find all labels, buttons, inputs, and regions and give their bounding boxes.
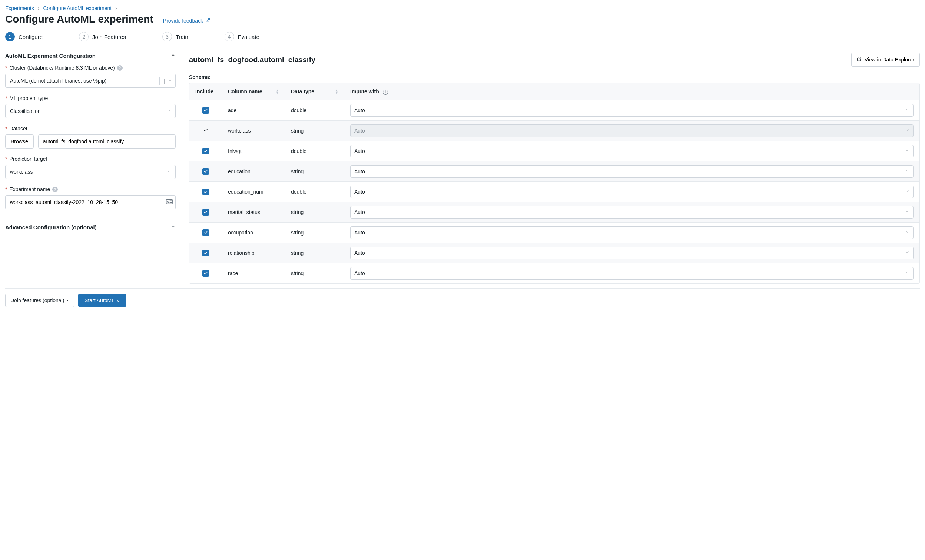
impute-value: Auto (354, 209, 365, 215)
cluster-select[interactable]: AutoML (do not attach libraries, use %pi… (5, 74, 176, 88)
start-automl-button[interactable]: Start AutoML » (78, 294, 126, 307)
impute-select[interactable]: Auto (350, 247, 913, 259)
chevron-down-icon (905, 209, 910, 215)
breadcrumb: Experiments › Configure AutoML experimen… (5, 5, 920, 11)
chevron-down-icon (168, 78, 172, 84)
step-join-features[interactable]: 2 Join Features (79, 32, 126, 42)
experiment-name-label: Experiment name (9, 186, 50, 192)
include-checkbox[interactable] (202, 270, 209, 277)
view-in-data-explorer-button[interactable]: View in Data Explorer (851, 53, 920, 67)
impute-select[interactable]: Auto (350, 186, 913, 198)
schema-table: Include Column name ▲▼ Data type ▲▼ Impu… (189, 83, 920, 284)
step-connector (48, 37, 74, 37)
footer: Join features (optional) › Start AutoML … (5, 288, 920, 312)
explorer-btn-label: View in Data Explorer (865, 57, 914, 63)
step-label: Train (176, 34, 188, 40)
table-row: relationshipstringAuto (189, 243, 919, 263)
impute-value: Auto (354, 270, 365, 276)
column-name-cell: education_num (222, 182, 285, 202)
header-text: Impute with (350, 89, 379, 95)
svg-point-2 (167, 201, 169, 203)
chevron-down-icon (905, 230, 910, 235)
experiment-name-input[interactable] (5, 195, 176, 209)
data-type-cell: string (285, 202, 344, 222)
include-checkbox[interactable] (202, 168, 209, 175)
data-type-cell: string (285, 222, 344, 243)
include-checkbox[interactable] (202, 189, 209, 195)
step-label: Configure (18, 34, 43, 40)
include-checkbox[interactable] (202, 209, 209, 216)
table-row: marital_statusstringAuto (189, 202, 919, 222)
required-indicator: * (5, 95, 7, 101)
table-row: agedoubleAuto (189, 101, 919, 121)
help-icon[interactable]: ? (117, 65, 123, 71)
breadcrumb-current[interactable]: Configure AutoML experiment (43, 5, 111, 11)
locked-check-icon (203, 128, 209, 134)
browse-button[interactable]: Browse (5, 134, 34, 149)
join-features-button[interactable]: Join features (optional) › (5, 294, 74, 307)
step-configure[interactable]: 1 Configure (5, 32, 43, 42)
table-row: workclassstringAuto (189, 121, 919, 141)
required-indicator: * (5, 65, 7, 71)
step-train[interactable]: 3 Train (162, 32, 188, 42)
target-value: workclass (10, 169, 33, 175)
impute-select[interactable]: Auto (350, 267, 913, 280)
include-checkbox[interactable] (202, 148, 209, 155)
table-row: racestringAuto (189, 263, 919, 283)
table-row: fnlwgtdoubleAuto (189, 141, 919, 162)
info-icon[interactable]: i (383, 90, 388, 95)
step-number-3: 3 (162, 32, 172, 42)
config-panel: AutoML Experiment Configuration * Cluste… (5, 53, 176, 230)
prediction-target-select[interactable]: workclass (5, 165, 176, 179)
step-label: Evaluate (238, 34, 259, 40)
chevron-down-icon (905, 148, 910, 154)
column-name-cell: marital_status (222, 202, 285, 222)
expand-icon[interactable] (170, 224, 176, 230)
chevron-right-icon: › (115, 5, 117, 11)
config-section-title: AutoML Experiment Configuration (5, 53, 96, 59)
data-type-cell: string (285, 243, 344, 263)
double-chevron-right-icon: » (117, 297, 120, 303)
impute-select[interactable]: Auto (350, 145, 913, 158)
help-icon[interactable]: ? (52, 187, 58, 192)
required-indicator: * (5, 186, 7, 192)
data-type-cell: double (285, 182, 344, 202)
header-text: Column name (228, 89, 262, 95)
svg-line-5 (859, 57, 861, 60)
cluster-label: Cluster (Databricks Runtime 8.3 ML or ab… (9, 65, 114, 71)
include-checkbox[interactable] (202, 107, 209, 114)
col-header-data-type[interactable]: Data type ▲▼ (285, 83, 344, 101)
col-header-column-name[interactable]: Column name ▲▼ (222, 83, 285, 101)
required-indicator: * (5, 126, 7, 132)
column-name-cell: relationship (222, 243, 285, 263)
impute-value: Auto (354, 148, 365, 154)
dataset-input[interactable] (38, 134, 176, 149)
step-evaluate[interactable]: 4 Evaluate (224, 32, 259, 42)
target-label: Prediction target (9, 156, 47, 162)
column-name-cell: education (222, 162, 285, 182)
collapse-icon[interactable] (170, 53, 176, 59)
schema-label: Schema: (189, 74, 920, 80)
impute-select[interactable]: Auto (350, 226, 913, 239)
chevron-down-icon (905, 107, 910, 113)
impute-select[interactable]: Auto (350, 206, 913, 219)
impute-value: Auto (354, 168, 365, 174)
table-title: automl_fs_dogfood.automl_classify (189, 56, 315, 64)
breadcrumb-root[interactable]: Experiments (5, 5, 34, 11)
data-type-cell: string (285, 121, 344, 141)
column-name-cell: fnlwgt (222, 141, 285, 162)
table-row: education_numdoubleAuto (189, 182, 919, 202)
schema-panel: automl_fs_dogfood.automl_classify View i… (189, 53, 920, 284)
include-checkbox[interactable] (202, 229, 209, 236)
impute-select[interactable]: Auto (350, 104, 913, 117)
impute-select[interactable]: Auto (350, 165, 913, 178)
chevron-down-icon (166, 108, 171, 114)
include-checkbox[interactable] (202, 250, 209, 256)
data-type-cell: double (285, 141, 344, 162)
problem-type-select[interactable]: Classification (5, 104, 176, 118)
chevron-down-icon (905, 250, 910, 255)
svg-line-0 (207, 18, 209, 21)
stepper: 1 Configure 2 Join Features 3 Train 4 Ev… (5, 32, 920, 42)
impute-value: Auto (354, 230, 365, 236)
provide-feedback-link[interactable]: Provide feedback (163, 18, 210, 24)
